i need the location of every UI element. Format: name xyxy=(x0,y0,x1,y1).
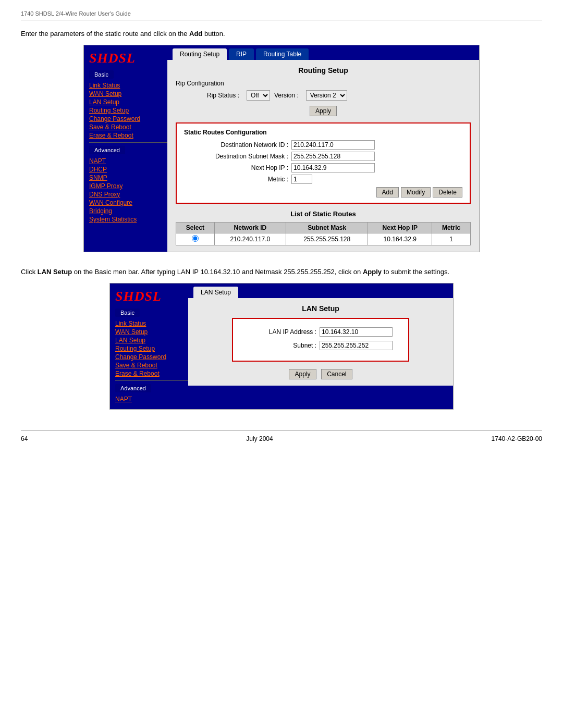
main-content-2: LAN Setup LAN Setup LAN IP Address : Sub… xyxy=(188,283,453,409)
rip-section: Rip Configuration Rip Status : Off On Ve… xyxy=(176,80,471,101)
sidebar-save-reboot-2[interactable]: Save & Reboot xyxy=(115,362,188,369)
lan-apply-button[interactable]: Apply xyxy=(289,369,316,379)
sidebar-igmp-proxy-1[interactable]: IGMP Proxy xyxy=(89,182,167,190)
col-metric: Metric xyxy=(432,223,471,233)
lan-cancel-button[interactable]: Cancel xyxy=(321,369,352,379)
rip-apply-button[interactable]: Apply xyxy=(310,106,337,116)
col-next-hop: Next Hop IP xyxy=(368,223,432,233)
footer-doc-id: 1740-A2-GB20-00 xyxy=(492,435,542,442)
sidebar-save-reboot-1[interactable]: Save & Reboot xyxy=(89,124,167,131)
sidebar-bridging-1[interactable]: Bridging xyxy=(89,207,167,215)
sidebar-wan-setup-1[interactable]: WAN Setup xyxy=(89,90,167,97)
sidebar-napt-2[interactable]: NAPT xyxy=(115,396,188,403)
router-ui-2: SHDSL Basic Link Status WAN Setup LAN Se… xyxy=(109,283,454,410)
col-select: Select xyxy=(176,223,215,233)
rip-version-label: Version : xyxy=(274,92,299,99)
static-routes-box: Static Routes Configuration Destination … xyxy=(176,122,471,204)
sidebar-erase-reboot-2[interactable]: Erase & Reboot xyxy=(115,370,188,377)
sidebar-1: SHDSL Basic Link Status WAN Setup LAN Se… xyxy=(84,45,167,252)
tab-rip[interactable]: RIP xyxy=(229,48,254,60)
basic-badge-1: Basic xyxy=(89,70,114,79)
row-metric: 1 xyxy=(432,233,471,245)
sidebar-wan-setup-2[interactable]: WAN Setup xyxy=(115,328,188,336)
row-next-hop: 10.164.32.9 xyxy=(368,233,432,245)
sidebar-wan-configure-1[interactable]: WAN Configure xyxy=(89,199,167,206)
lan-form-box: LAN IP Address : Subnet : xyxy=(232,318,409,362)
sidebar-change-password-1[interactable]: Change Password xyxy=(89,115,167,122)
list-title: List of Static Routes xyxy=(176,210,471,218)
dest-network-input[interactable] xyxy=(291,140,375,150)
tab-routing-setup[interactable]: Routing Setup xyxy=(173,48,227,60)
routes-table: Select Network ID Subnet Mask Next Hop I… xyxy=(176,222,471,245)
rip-version-select[interactable]: Version 1 Version 2 xyxy=(306,90,347,101)
modify-button[interactable]: Modify xyxy=(401,187,431,198)
col-subnet-mask: Subnet Mask xyxy=(286,223,368,233)
tab-bar-1: Routing Setup RIP Routing Table xyxy=(167,45,479,60)
lan-content-title: LAN Setup xyxy=(197,304,445,313)
advanced-badge-1: Advanced xyxy=(89,146,125,154)
metric-input[interactable] xyxy=(291,175,312,184)
sidebar-routing-setup-2[interactable]: Routing Setup xyxy=(115,345,188,352)
advanced-badge-2: Advanced xyxy=(115,384,151,392)
static-routes-title: Static Routes Configuration xyxy=(184,129,462,136)
dest-network-row: Destination Network ID : xyxy=(184,140,462,150)
delete-button[interactable]: Delete xyxy=(433,187,462,198)
tab-lan-setup[interactable]: LAN Setup xyxy=(193,287,238,298)
subnet-label: Subnet : xyxy=(243,342,316,349)
col-network-id: Network ID xyxy=(214,223,286,233)
sidebar-lan-setup-1[interactable]: LAN Setup xyxy=(89,98,167,106)
basic-badge-2: Basic xyxy=(115,309,140,317)
tab-routing-table[interactable]: Routing Table xyxy=(256,48,309,60)
sidebar-2: SHDSL Basic Link Status WAN Setup LAN Se… xyxy=(110,283,188,409)
lan-ip-label: LAN IP Address : xyxy=(243,328,316,336)
sidebar-link-status-2[interactable]: Link Status xyxy=(115,320,188,327)
sidebar-napt-1[interactable]: NAPT xyxy=(89,157,167,165)
dest-subnet-row: Destination Subnet Mask : xyxy=(184,152,462,161)
sidebar-divider-2 xyxy=(115,380,188,381)
next-hop-input[interactable] xyxy=(291,163,375,172)
lan-ip-input[interactable] xyxy=(320,327,393,337)
next-hop-label: Next Hop IP : xyxy=(184,164,288,171)
sidebar-routing-setup-1[interactable]: Routing Setup xyxy=(89,107,167,114)
metric-row: Metric : xyxy=(184,175,462,184)
tab-bar-2: LAN Setup xyxy=(188,283,453,298)
sidebar-change-password-2[interactable]: Change Password xyxy=(115,353,188,361)
sidebar-erase-reboot-1[interactable]: Erase & Reboot xyxy=(89,132,167,139)
rip-apply-row: Apply xyxy=(176,106,471,116)
intro-paragraph-2: Click LAN Setup on the Basic men bar. Af… xyxy=(21,268,542,276)
content-title-1: Routing Setup xyxy=(176,66,471,75)
lan-btn-row: Apply Cancel xyxy=(197,369,445,379)
intro-paragraph-1: Enter the parameters of the static route… xyxy=(21,30,542,38)
static-routes-btn-row: Add Modify Delete xyxy=(184,187,462,198)
sidebar-link-status-1[interactable]: Link Status xyxy=(89,82,167,89)
row-select[interactable] xyxy=(176,233,215,245)
logo-2: SHDSL xyxy=(115,289,188,304)
footer-page-number: 64 xyxy=(21,435,28,442)
dest-network-label: Destination Network ID : xyxy=(184,141,288,149)
row-subnet-mask: 255.255.255.128 xyxy=(286,233,368,245)
page-header: 1740 SHDSL 2/4-Wire Router User's Guide xyxy=(21,10,542,20)
add-button[interactable]: Add xyxy=(376,187,399,198)
rip-status-label: Rip Status : xyxy=(207,92,239,99)
sidebar-dhcp-1[interactable]: DHCP xyxy=(89,166,167,173)
footer-date: July 2004 xyxy=(246,435,273,442)
next-hop-row: Next Hop IP : xyxy=(184,163,462,172)
logo-1: SHDSL xyxy=(89,51,167,66)
sidebar-system-stats-1[interactable]: System Statistics xyxy=(89,216,167,223)
router-ui-1: SHDSL Basic Link Status WAN Setup LAN Se… xyxy=(83,45,480,252)
sidebar-divider-1 xyxy=(89,142,167,143)
subnet-input[interactable] xyxy=(320,341,393,350)
dest-subnet-input[interactable] xyxy=(291,152,375,161)
page-footer: 64 July 2004 1740-A2-GB20-00 xyxy=(21,430,542,442)
sidebar-snmp-1[interactable]: SNMP xyxy=(89,174,167,181)
lan-ip-row: LAN IP Address : xyxy=(243,327,398,337)
table-row: 210.240.117.0 255.255.255.128 10.164.32.… xyxy=(176,233,471,245)
lan-content-area: LAN Setup LAN IP Address : Subnet : Appl… xyxy=(188,298,453,386)
content-area-1: Routing Setup Rip Configuration Rip Stat… xyxy=(167,60,479,252)
sidebar-lan-setup-2[interactable]: LAN Setup xyxy=(115,337,188,344)
rip-status-select[interactable]: Off On xyxy=(247,90,270,101)
metric-label: Metric : xyxy=(184,176,288,183)
dest-subnet-label: Destination Subnet Mask : xyxy=(184,153,288,160)
sidebar-dns-proxy-1[interactable]: DNS Proxy xyxy=(89,191,167,198)
row-radio[interactable] xyxy=(192,235,199,242)
